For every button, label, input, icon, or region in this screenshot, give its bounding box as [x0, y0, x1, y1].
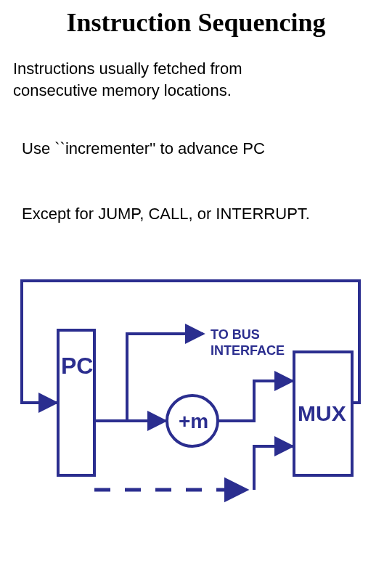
incrementer-to-mux-wire: [218, 381, 293, 421]
sequencing-diagram: PC MUX +m: [0, 276, 392, 551]
dashed-to-mux-wire: [254, 446, 293, 490]
paragraph-1: Instructions usually fetched from consec…: [13, 58, 242, 102]
paragraph-2: Use ``incrementer'' to advance PC: [22, 138, 265, 160]
incrementer-label: +m: [179, 410, 208, 432]
paragraph-3: Except for JUMP, CALL, or INTERRUPT.: [22, 203, 310, 225]
pc-label: PC: [61, 353, 93, 379]
mux-label: MUX: [298, 401, 346, 425]
paragraph-1-line-2: consecutive memory locations.: [13, 81, 232, 99]
paragraph-1-line-1: Instructions usually fetched from: [13, 60, 242, 78]
slide: Instruction Sequencing Instructions usua…: [0, 0, 392, 566]
pc-box: [58, 330, 94, 475]
page-title: Instruction Sequencing: [0, 7, 392, 38]
